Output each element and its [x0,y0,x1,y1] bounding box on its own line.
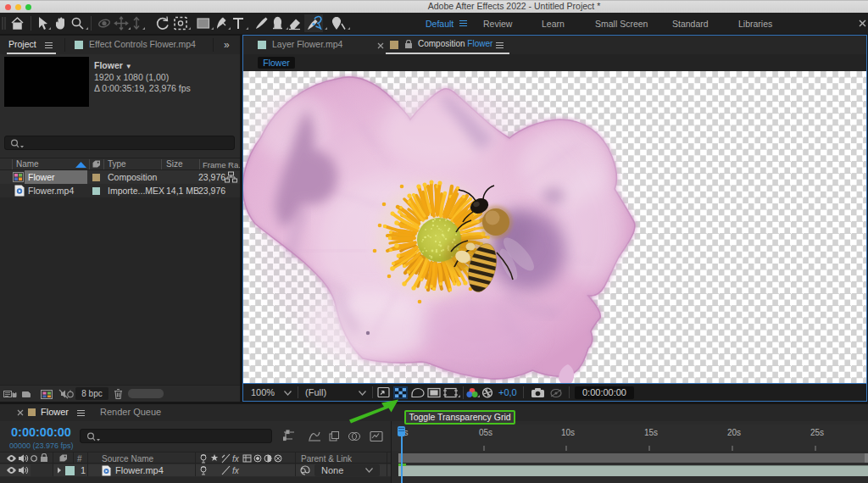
svg-text:fx: fx [232,454,240,464]
svg-text:fx: fx [232,466,240,475]
